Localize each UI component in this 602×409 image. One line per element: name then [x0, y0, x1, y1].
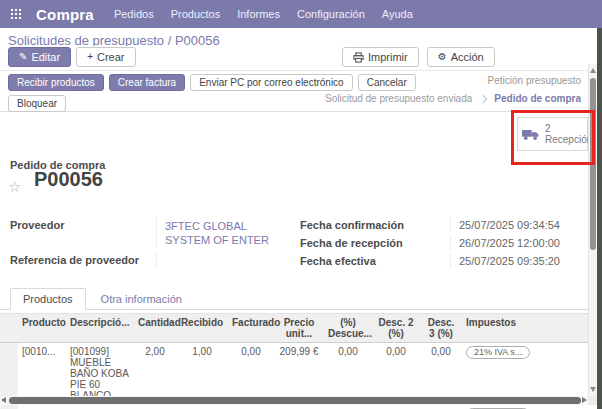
- plus-icon: +: [87, 52, 93, 62]
- cell-desc-3: 0,00: [420, 405, 462, 409]
- tab-productos[interactable]: Productos: [10, 288, 86, 310]
- col-producto[interactable]: Producto: [18, 314, 66, 342]
- confirm-date-value: 25/07/2025 09:34:54: [450, 218, 586, 232]
- horizontal-scrollbar-thumb[interactable]: [9, 397, 581, 404]
- receipt-label: Recepción: [545, 134, 592, 145]
- cell-descripcion: [001099] MUEBLE BAÑO KOBA PIE 60 BLANCO: [66, 343, 134, 404]
- gear-icon: ⚙: [438, 52, 447, 62]
- step-rfq[interactable]: Petición presupuesto: [488, 75, 581, 86]
- cell-desc-3: 0,00: [420, 343, 462, 404]
- tab-otra-informacion[interactable]: Otra información: [89, 289, 194, 309]
- edit-button-label: Editar: [31, 51, 60, 63]
- window-edge: [597, 28, 602, 409]
- cell-impuestos: 21% IVA s...: [462, 343, 588, 404]
- cell-cantidad: 2,00: [134, 343, 176, 404]
- nav-item-productos[interactable]: Productos: [171, 8, 221, 20]
- cell-impuestos: 21% IVA s...: [462, 405, 588, 409]
- nav-item-ayuda[interactable]: Ayuda: [382, 8, 413, 20]
- record-name: P00056: [34, 168, 103, 191]
- effective-date-label: Fecha efectiva: [300, 254, 450, 268]
- horizontal-scrollbar[interactable]: [0, 396, 588, 405]
- printer-icon: [353, 52, 364, 63]
- vendor-ref-value[interactable]: [156, 253, 286, 267]
- cell-precio-unitario: 1,00 €: [274, 405, 324, 409]
- row-handle[interactable]: [0, 343, 18, 404]
- receipt-count: 2: [545, 123, 592, 134]
- tax-tag[interactable]: 21% IVA s...: [466, 346, 530, 359]
- favorite-star-icon[interactable]: ☆: [8, 178, 21, 196]
- form-statusbar: Recibir productos Crear factura Enviar P…: [0, 71, 597, 112]
- edit-button[interactable]: ✎Editar: [8, 47, 71, 67]
- col-descuento[interactable]: (%) Descue...: [324, 314, 372, 342]
- truck-icon: [522, 127, 540, 141]
- lock-button[interactable]: Bloquear: [8, 95, 66, 112]
- field-group-right: Fecha confirmación 25/07/2025 09:34:54 F…: [300, 218, 586, 268]
- top-navbar: Compra Pedidos Productos Informes Config…: [0, 0, 602, 28]
- col-cantidad[interactable]: Cantidad: [134, 314, 176, 342]
- col-recibido[interactable]: Recibido: [176, 314, 228, 342]
- col-facturado[interactable]: Facturado: [228, 314, 274, 342]
- col-impuestos[interactable]: Impuestos: [462, 314, 588, 342]
- field-group-left: Proveedor 3FTEC GLOBAL SYSTEM OF ENTER R…: [10, 218, 290, 267]
- row-handle[interactable]: [0, 405, 18, 409]
- receipt-smart-button[interactable]: 2 Recepción: [517, 117, 588, 151]
- order-lines-table: Producto Descripció... Cantidad Recibido…: [0, 313, 588, 409]
- print-button[interactable]: Imprimir: [342, 47, 419, 67]
- col-desc-2[interactable]: Desc. 2 (%): [372, 314, 420, 342]
- vendor-value[interactable]: 3FTEC GLOBAL SYSTEM OF ENTER: [156, 218, 286, 248]
- cell-descripcion: [004020]: [66, 405, 134, 409]
- scroll-left-arrow-icon[interactable]: [1, 397, 6, 403]
- create-bill-button[interactable]: Crear factura: [109, 74, 185, 91]
- cell-descuento: 0,00: [324, 343, 372, 404]
- nav-menu: Pedidos Productos Informes Configuración…: [114, 8, 413, 20]
- scroll-down-arrow-icon[interactable]: [590, 387, 596, 392]
- col-precio-unitario[interactable]: Precio unit...: [274, 314, 324, 342]
- cell-producto: [0040...: [18, 405, 66, 409]
- action-button-label: Acción: [451, 51, 484, 63]
- table-row[interactable]: [0040... [004020] 1,00 1,00 0,00 1,00 € …: [0, 405, 588, 409]
- create-button[interactable]: +Crear: [76, 47, 135, 67]
- cell-desc-2: 0,00: [372, 343, 420, 404]
- cell-descuento: 0,00: [324, 405, 372, 409]
- cell-facturado: 0,00: [228, 343, 274, 404]
- receive-products-button[interactable]: Recibir productos: [8, 74, 104, 91]
- vendor-label: Proveedor: [10, 218, 156, 248]
- pencil-icon: ✎: [19, 52, 27, 62]
- nav-item-configuracion[interactable]: Configuración: [297, 8, 365, 20]
- nav-item-pedidos[interactable]: Pedidos: [114, 8, 154, 20]
- status-steps: Petición presupuesto Solicitud de presup…: [325, 75, 581, 104]
- vertical-scrollbar[interactable]: [588, 64, 597, 396]
- control-panel: ✎Editar +Crear Imprimir ⚙Acción: [0, 46, 597, 71]
- col-descripcion[interactable]: Descripció...: [66, 314, 134, 342]
- cell-precio-unitario: 209,99 €: [274, 343, 324, 404]
- handle-column-header: [0, 314, 18, 342]
- effective-date-value: 25/07/2025 09:35:20: [450, 254, 586, 268]
- cell-facturado: 0,00: [228, 405, 274, 409]
- nav-item-informes[interactable]: Informes: [237, 8, 280, 20]
- scroll-up-arrow-icon[interactable]: [590, 68, 596, 73]
- chevron-right-icon: [479, 94, 487, 102]
- vertical-scrollbar-thumb[interactable]: [590, 78, 596, 250]
- receipt-date-label: Fecha de recepción: [300, 236, 450, 250]
- step-purchase-order[interactable]: Pedido de compra: [494, 93, 581, 104]
- apps-grid-icon[interactable]: [11, 9, 21, 19]
- cell-cantidad: 1,00: [134, 405, 176, 409]
- print-button-label: Imprimir: [368, 51, 408, 63]
- col-desc-3[interactable]: Desc. 3 (%): [420, 314, 462, 342]
- cell-desc-2: 0,00: [372, 405, 420, 409]
- scrollbar-corner: [588, 396, 597, 405]
- breadcrumb-row: Solicitudes de presupuesto / P00056: [0, 28, 597, 46]
- action-button[interactable]: ⚙Acción: [427, 47, 495, 67]
- app-brand[interactable]: Compra: [36, 6, 94, 23]
- notebook-tabs: Productos Otra información: [0, 288, 597, 310]
- step-rfq-sent[interactable]: Solicitud de presupuesto enviada: [325, 93, 472, 104]
- table-header-row: Producto Descripció... Cantidad Recibido…: [0, 313, 588, 343]
- form-sheet: 2 Recepción Pedido de compra ☆ P00056 Pr…: [0, 112, 597, 409]
- cell-recibido: 1,00: [176, 343, 228, 404]
- cell-producto: [0010...: [18, 343, 66, 404]
- purchase-order-screen: Compra Pedidos Productos Informes Config…: [0, 0, 602, 409]
- cell-recibido: 1,00: [176, 405, 228, 409]
- confirm-date-label: Fecha confirmación: [300, 218, 450, 232]
- scroll-right-arrow-icon[interactable]: [582, 397, 587, 403]
- vendor-ref-label: Referencia de proveedor: [10, 253, 156, 267]
